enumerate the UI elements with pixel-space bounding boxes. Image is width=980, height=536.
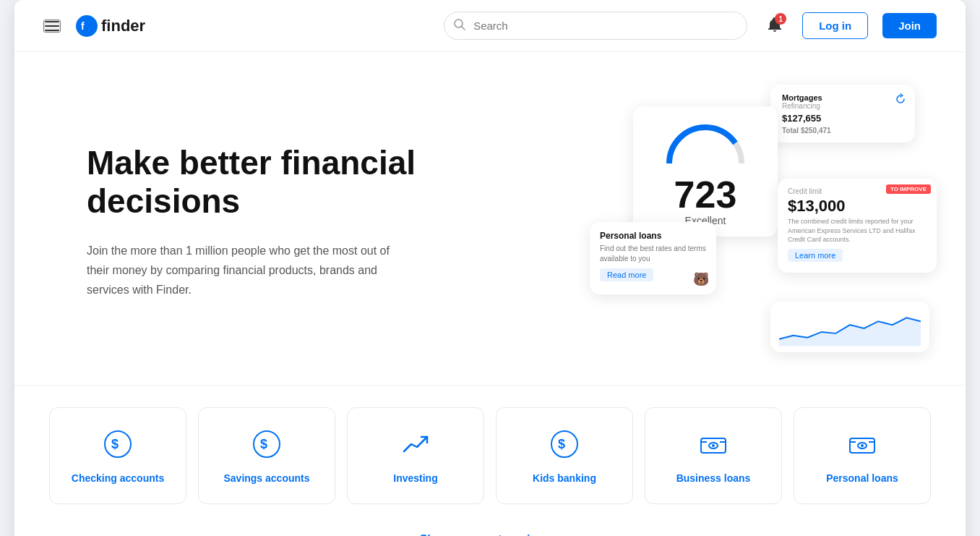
kids-banking-icon: $ — [550, 430, 579, 461]
hero-content: Make better financial decisions Join the… — [87, 144, 419, 299]
checking-icon: $ — [103, 430, 132, 461]
hamburger-button[interactable] — [43, 20, 61, 33]
personal-loans-card: Personal loans Find out the best rates a… — [590, 222, 716, 294]
hero-visual: Mortgages Refinancing $127,655 Total $25… — [434, 85, 937, 360]
svg-text:f: f — [81, 20, 85, 32]
svg-text:$: $ — [111, 437, 119, 451]
logo-text: finder — [101, 17, 145, 35]
investing-label: Investing — [393, 472, 437, 486]
business-loans-label: Business loans — [676, 472, 751, 486]
category-kids-banking[interactable]: $ Kids banking — [496, 407, 633, 504]
checking-label: Checking accounts — [72, 472, 164, 486]
browser-window: f finder 1 Log in Join Make better finan — [14, 0, 966, 536]
join-button[interactable]: Join — [882, 13, 937, 38]
personal-loans-cta[interactable]: Read more — [600, 268, 653, 281]
personal-loans-label: Personal loans — [826, 472, 898, 486]
logo-link[interactable]: f finder — [75, 14, 145, 38]
chevron-down-icon — [549, 534, 560, 536]
show-more-section: Show more categories — [14, 519, 966, 536]
credit-score-number: 723 — [674, 176, 737, 213]
hero-subtitle: Join the more than 1 million people who … — [87, 241, 405, 300]
search-input[interactable] — [444, 12, 747, 40]
show-more-label: Show more categories — [420, 533, 543, 536]
personal-loans-title: Personal loans — [600, 231, 706, 241]
credit-score-card: 723 Excellent — [633, 106, 778, 237]
category-investing[interactable]: Investing — [347, 407, 484, 504]
credit-limit-card: TO IMPROVE Credit limit $13,000 The comb… — [778, 179, 937, 273]
savings-icon: $ — [252, 430, 281, 461]
logo-icon: f — [75, 14, 98, 38]
savings-label: Savings accounts — [223, 472, 309, 486]
notification-button[interactable]: 1 — [762, 12, 788, 40]
notification-badge: 1 — [775, 13, 786, 25]
category-savings[interactable]: $ Savings accounts — [198, 407, 335, 504]
svg-point-2 — [455, 20, 463, 27]
svg-point-18 — [861, 444, 864, 447]
svg-line-3 — [462, 27, 465, 30]
categories-section: $ Checking accounts $ Savings accounts — [14, 385, 966, 519]
score-arc-svg — [662, 116, 749, 167]
login-button[interactable]: Log in — [802, 12, 868, 39]
categories-grid: $ Checking accounts $ Savings accounts — [43, 407, 937, 504]
svg-marker-4 — [779, 318, 921, 346]
svg-point-13 — [712, 444, 715, 447]
category-personal-loans[interactable]: Personal loans — [794, 407, 931, 504]
chart-card — [770, 302, 929, 352]
mortgages-amount2: Total $250,471 — [782, 127, 903, 135]
search-icon — [454, 19, 465, 33]
mortgages-card: Mortgages Refinancing $127,655 Total $25… — [770, 85, 915, 142]
hero-title: Make better financial decisions — [87, 144, 419, 221]
search-wrapper — [444, 12, 747, 40]
kids-banking-label: Kids banking — [533, 472, 596, 486]
header: f finder 1 Log in Join — [14, 0, 966, 52]
mortgages-amount1: $127,655 — [782, 113, 903, 124]
to-improve-badge: TO IMPROVE — [886, 184, 931, 194]
mortgages-title: Mortgages — [782, 93, 903, 102]
mortgages-sub: Refinancing — [782, 102, 903, 110]
personal-loans-icon — [848, 430, 877, 461]
score-arc — [662, 116, 749, 170]
show-more-button[interactable]: Show more categories — [420, 533, 561, 536]
hero-section: Make better financial decisions Join the… — [14, 52, 966, 385]
credit-limit-desc: The combined credit limits reported for … — [788, 217, 927, 244]
mini-chart — [779, 310, 921, 346]
personal-loans-desc: Find out the best rates and terms availa… — [600, 244, 706, 264]
svg-point-0 — [76, 15, 98, 37]
credit-limit-amount: $13,000 — [788, 197, 927, 216]
credit-limit-cta[interactable]: Learn more — [788, 249, 843, 262]
dashboard-cards: Mortgages Refinancing $127,655 Total $25… — [575, 63, 951, 367]
svg-text:$: $ — [558, 437, 565, 451]
svg-text:$: $ — [260, 437, 267, 451]
refresh-icon — [895, 93, 906, 105]
category-business-loans[interactable]: Business loans — [645, 407, 782, 504]
investing-icon — [401, 430, 430, 461]
category-checking[interactable]: $ Checking accounts — [49, 407, 186, 504]
business-loans-icon — [699, 430, 728, 461]
